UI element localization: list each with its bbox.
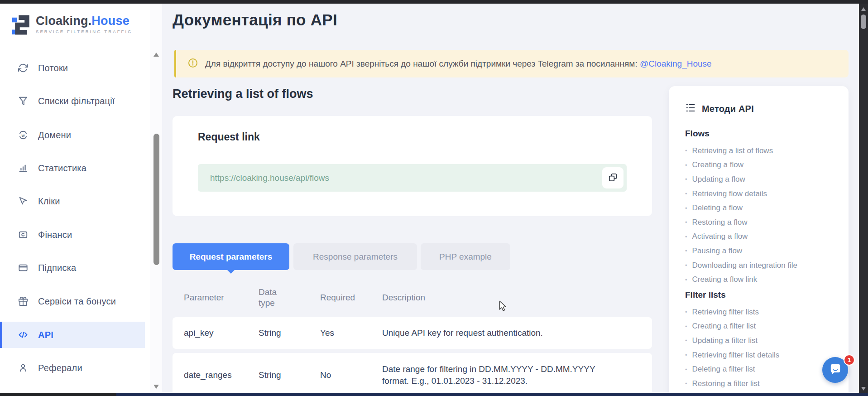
- sidebar-item-label: Фінанси: [38, 230, 72, 240]
- method-link[interactable]: Creating a flow link: [685, 272, 837, 287]
- sidebar-item-clicks[interactable]: Кліки: [0, 188, 145, 214]
- methods-panel-header: Методи API: [685, 102, 754, 115]
- window-bottom-edge-accent: [116, 393, 868, 396]
- tab-request-parameters[interactable]: Request parameters: [173, 243, 289, 270]
- sidebar: Cloaking.House SERVICE FILTERING TRAFFIC…: [0, 4, 150, 393]
- table-row: date_ranges String No Date range for fil…: [173, 353, 652, 396]
- method-link[interactable]: Retrieving flow details: [685, 187, 837, 201]
- sidebar-item-services-bonuses[interactable]: Сервіси та бонуси: [0, 288, 145, 314]
- logo[interactable]: Cloaking.House SERVICE FILTERING TRAFFIC: [12, 14, 132, 38]
- sidebar-item-label: Потоки: [38, 63, 68, 73]
- subscription-icon: [17, 263, 29, 273]
- list-icon: [685, 102, 696, 115]
- sidebar-item-statistics[interactable]: Статистика: [0, 155, 145, 181]
- sync-icon: [17, 63, 29, 73]
- sidebar-item-referrals[interactable]: Реферали: [0, 355, 145, 381]
- tab-label: PHP example: [439, 252, 492, 262]
- method-link[interactable]: Restoring a flow: [685, 215, 837, 230]
- method-link[interactable]: Pausing a flow: [685, 244, 837, 258]
- method-link[interactable]: Creating a flow: [685, 158, 837, 173]
- page-title: Документація по API: [173, 11, 337, 29]
- section-title: Retrieving a list of flows: [173, 87, 313, 101]
- cell-data-type: String: [259, 328, 320, 338]
- method-link[interactable]: Retrieving filter lists: [685, 305, 837, 319]
- chat-unread-badge: 1: [844, 354, 855, 366]
- page-scrollbar-thumb[interactable]: [861, 14, 866, 29]
- copy-icon: [608, 172, 618, 184]
- request-link-title: Request link: [198, 131, 260, 143]
- sidebar-item-flows[interactable]: Потоки: [0, 55, 145, 81]
- cell-required: Yes: [320, 328, 382, 338]
- page-scrollbar[interactable]: [859, 4, 868, 393]
- method-link[interactable]: Updating a filter list: [685, 333, 837, 348]
- finance-icon: [17, 230, 29, 240]
- scroll-up-arrow[interactable]: [861, 7, 866, 11]
- scroll-down-arrow[interactable]: [153, 385, 159, 389]
- stats-icon: [17, 163, 29, 173]
- domains-icon: w: [17, 130, 29, 140]
- person-icon: [17, 363, 29, 373]
- sidebar-scrollbar-thumb[interactable]: [153, 134, 159, 265]
- cell-parameter: api_key: [184, 328, 259, 338]
- api-documentation-page: Cloaking.House SERVICE FILTERING TRAFFIC…: [0, 0, 868, 396]
- methods-list: Flows Retrieving a list of flows Creatin…: [685, 129, 837, 394]
- svg-text:w: w: [21, 133, 25, 138]
- sidebar-item-finance[interactable]: Фінанси: [0, 222, 145, 248]
- tab-response-parameters[interactable]: Response parameters: [293, 243, 417, 270]
- telegram-link[interactable]: @Cloaking_House: [640, 59, 712, 68]
- method-link[interactable]: Deleting a flow: [685, 201, 837, 215]
- api-access-alert: Для відкриття доступу до нашого API звер…: [174, 50, 849, 77]
- sidebar-item-label: Статистика: [38, 163, 86, 174]
- cell-description: Unique API key for request authenticatio…: [382, 327, 627, 339]
- sidebar-item-label: Реферали: [38, 363, 82, 373]
- sidebar-item-api[interactable]: API: [0, 322, 145, 348]
- sidebar-item-filter-lists[interactable]: Списки фільтрації: [0, 88, 145, 114]
- alert-text: Для відкриття доступу до нашого API звер…: [205, 59, 712, 69]
- window-bottom-edge: [0, 393, 116, 396]
- sidebar-item-label: Списки фільтрації: [38, 96, 115, 106]
- request-url-field[interactable]: https://cloaking.house/api/flows: [198, 164, 627, 192]
- col-description: Description: [382, 293, 652, 303]
- cell-required: No: [320, 370, 382, 380]
- copy-url-button[interactable]: [602, 167, 623, 188]
- mouse-cursor: [499, 300, 510, 314]
- window-top-edge: [0, 0, 868, 4]
- method-link[interactable]: Restoring a filter list: [685, 377, 837, 391]
- method-link[interactable]: Activating a flow: [685, 230, 837, 244]
- sidebar-item-label: API: [38, 330, 53, 340]
- warning-icon: [188, 58, 198, 70]
- method-link[interactable]: Retrieving a list of flows: [685, 144, 837, 158]
- sidebar-item-label: Кліки: [38, 196, 60, 207]
- table-row: api_key String Yes Unique API key for re…: [173, 317, 652, 349]
- cloaking-house-logo-icon: [12, 14, 31, 38]
- sidebar-item-label: Сервіси та бонуси: [38, 296, 116, 307]
- code-icon: [17, 329, 29, 340]
- sidebar-item-label: Домени: [38, 130, 71, 140]
- methods-section-filter-lists: Filter lists: [685, 290, 837, 300]
- brand-name: Cloaking.House: [36, 14, 132, 28]
- chat-bubble-icon: [829, 362, 842, 378]
- method-link[interactable]: Downloading an integration file: [685, 258, 837, 273]
- table-header-row: Parameter Data type Required Description: [173, 285, 652, 311]
- brand-tagline: SERVICE FILTERING TRAFFIC: [36, 29, 132, 34]
- sidebar-item-subscription[interactable]: Підписка: [0, 255, 145, 281]
- tab-php-example[interactable]: PHP example: [421, 243, 510, 270]
- cell-data-type: String: [259, 370, 320, 380]
- cell-description: Date range for filtering in DD.MM.YYYY -…: [382, 363, 627, 386]
- col-required: Required: [320, 293, 382, 303]
- method-link[interactable]: Updating a flow: [685, 172, 837, 187]
- tab-label: Response parameters: [313, 252, 398, 262]
- request-link-card: Request link https://cloaking.house/api/…: [173, 116, 652, 216]
- filter-icon: [17, 96, 29, 106]
- method-link[interactable]: Creating a filter list: [685, 319, 837, 334]
- method-link[interactable]: Deleting a filter list: [685, 362, 837, 377]
- scroll-down-arrow[interactable]: [861, 387, 866, 391]
- scroll-up-arrow[interactable]: [153, 53, 159, 57]
- col-data-type: Data type: [259, 287, 320, 309]
- col-parameter: Parameter: [184, 293, 259, 303]
- cell-parameter: date_ranges: [184, 370, 259, 380]
- method-link[interactable]: Retrieving filter list details: [685, 348, 837, 362]
- sidebar-item-domains[interactable]: w Домени: [0, 122, 145, 148]
- sidebar-scrollbar[interactable]: [150, 4, 162, 393]
- clicks-icon: [17, 196, 29, 206]
